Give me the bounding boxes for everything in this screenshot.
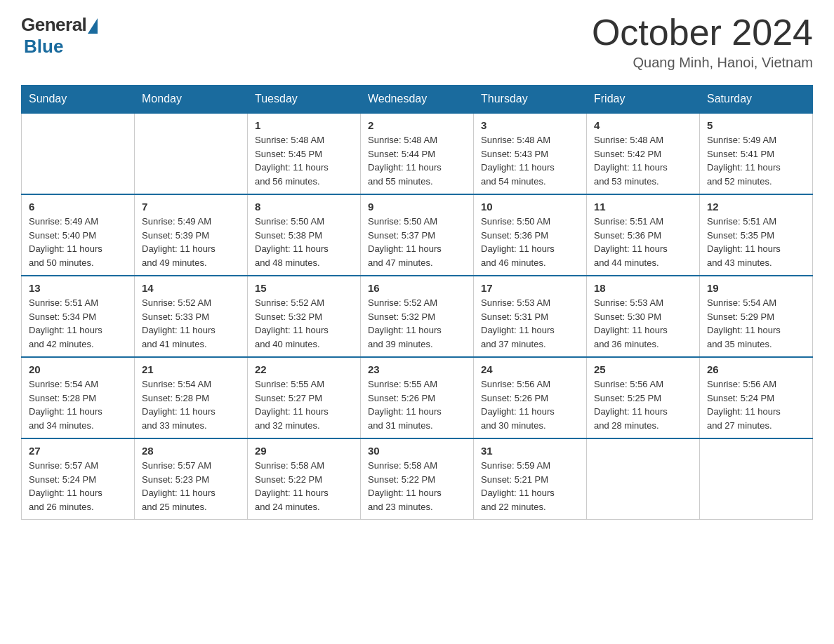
day-number: 21 (142, 363, 240, 375)
day-info: Sunrise: 5:48 AM Sunset: 5:42 PM Dayligh… (594, 133, 692, 188)
day-number: 2 (368, 119, 466, 131)
table-row: 10Sunrise: 5:50 AM Sunset: 5:36 PM Dayli… (474, 194, 587, 276)
day-info: Sunrise: 5:49 AM Sunset: 5:41 PM Dayligh… (707, 133, 805, 188)
day-info: Sunrise: 5:50 AM Sunset: 5:38 PM Dayligh… (255, 215, 353, 269)
day-number: 7 (142, 201, 240, 213)
table-row: 28Sunrise: 5:57 AM Sunset: 5:23 PM Dayli… (135, 438, 248, 520)
table-row: 23Sunrise: 5:55 AM Sunset: 5:26 PM Dayli… (361, 357, 474, 438)
day-info: Sunrise: 5:51 AM Sunset: 5:35 PM Dayligh… (707, 215, 805, 269)
day-info: Sunrise: 5:49 AM Sunset: 5:40 PM Dayligh… (29, 215, 127, 269)
table-row: 21Sunrise: 5:54 AM Sunset: 5:28 PM Dayli… (135, 357, 248, 438)
week-row-4: 20Sunrise: 5:54 AM Sunset: 5:28 PM Dayli… (22, 357, 813, 438)
week-row-1: 1Sunrise: 5:48 AM Sunset: 5:45 PM Daylig… (22, 113, 813, 194)
table-row: 14Sunrise: 5:52 AM Sunset: 5:33 PM Dayli… (135, 276, 248, 357)
day-number: 24 (481, 363, 579, 375)
day-number: 3 (481, 119, 579, 131)
table-row: 16Sunrise: 5:52 AM Sunset: 5:32 PM Dayli… (361, 276, 474, 357)
table-row (700, 438, 813, 520)
table-row: 24Sunrise: 5:56 AM Sunset: 5:26 PM Dayli… (474, 357, 587, 438)
page-header: General Blue October 2024 Quang Minh, Ha… (21, 14, 813, 71)
day-info: Sunrise: 5:56 AM Sunset: 5:24 PM Dayligh… (707, 377, 805, 432)
col-thursday: Thursday (474, 86, 587, 114)
table-row: 5Sunrise: 5:49 AM Sunset: 5:41 PM Daylig… (700, 113, 813, 194)
title-section: October 2024 Quang Minh, Hanoi, Vietnam (592, 14, 813, 71)
day-info: Sunrise: 5:52 AM Sunset: 5:33 PM Dayligh… (142, 296, 240, 351)
day-info: Sunrise: 5:50 AM Sunset: 5:37 PM Dayligh… (368, 215, 466, 269)
week-row-2: 6Sunrise: 5:49 AM Sunset: 5:40 PM Daylig… (22, 194, 813, 276)
table-row: 3Sunrise: 5:48 AM Sunset: 5:43 PM Daylig… (474, 113, 587, 194)
day-info: Sunrise: 5:51 AM Sunset: 5:34 PM Dayligh… (29, 296, 127, 351)
calendar-table: Sunday Monday Tuesday Wednesday Thursday… (21, 85, 813, 520)
day-number: 29 (255, 445, 353, 457)
month-title: October 2024 (592, 14, 813, 51)
day-number: 23 (368, 363, 466, 375)
day-number: 31 (481, 445, 579, 457)
col-tuesday: Tuesday (248, 86, 361, 114)
day-info: Sunrise: 5:52 AM Sunset: 5:32 PM Dayligh… (255, 296, 353, 351)
day-number: 19 (707, 282, 805, 294)
table-row: 2Sunrise: 5:48 AM Sunset: 5:44 PM Daylig… (361, 113, 474, 194)
day-number: 27 (29, 445, 127, 457)
day-info: Sunrise: 5:50 AM Sunset: 5:36 PM Dayligh… (481, 215, 579, 269)
day-info: Sunrise: 5:48 AM Sunset: 5:45 PM Dayligh… (255, 133, 353, 188)
table-row: 13Sunrise: 5:51 AM Sunset: 5:34 PM Dayli… (22, 276, 135, 357)
day-number: 22 (255, 363, 353, 375)
logo: General Blue (21, 14, 98, 58)
day-info: Sunrise: 5:55 AM Sunset: 5:26 PM Dayligh… (368, 377, 466, 432)
day-number: 14 (142, 282, 240, 294)
table-row (587, 438, 700, 520)
table-row: 4Sunrise: 5:48 AM Sunset: 5:42 PM Daylig… (587, 113, 700, 194)
day-number: 18 (594, 282, 692, 294)
col-friday: Friday (587, 86, 700, 114)
table-row: 26Sunrise: 5:56 AM Sunset: 5:24 PM Dayli… (700, 357, 813, 438)
day-info: Sunrise: 5:57 AM Sunset: 5:23 PM Dayligh… (142, 459, 240, 514)
week-row-5: 27Sunrise: 5:57 AM Sunset: 5:24 PM Dayli… (22, 438, 813, 520)
table-row: 17Sunrise: 5:53 AM Sunset: 5:31 PM Dayli… (474, 276, 587, 357)
table-row: 7Sunrise: 5:49 AM Sunset: 5:39 PM Daylig… (135, 194, 248, 276)
day-info: Sunrise: 5:59 AM Sunset: 5:21 PM Dayligh… (481, 459, 579, 514)
day-number: 11 (594, 201, 692, 213)
day-number: 17 (481, 282, 579, 294)
table-row: 9Sunrise: 5:50 AM Sunset: 5:37 PM Daylig… (361, 194, 474, 276)
day-info: Sunrise: 5:56 AM Sunset: 5:26 PM Dayligh… (481, 377, 579, 432)
day-number: 8 (255, 201, 353, 213)
day-info: Sunrise: 5:56 AM Sunset: 5:25 PM Dayligh… (594, 377, 692, 432)
day-info: Sunrise: 5:48 AM Sunset: 5:44 PM Dayligh… (368, 133, 466, 188)
location-text: Quang Minh, Hanoi, Vietnam (592, 55, 813, 71)
col-saturday: Saturday (700, 86, 813, 114)
table-row: 8Sunrise: 5:50 AM Sunset: 5:38 PM Daylig… (248, 194, 361, 276)
day-number: 26 (707, 363, 805, 375)
table-row: 18Sunrise: 5:53 AM Sunset: 5:30 PM Dayli… (587, 276, 700, 357)
logo-blue-text: Blue (24, 36, 63, 58)
col-monday: Monday (135, 86, 248, 114)
day-number: 10 (481, 201, 579, 213)
day-number: 13 (29, 282, 127, 294)
day-number: 15 (255, 282, 353, 294)
table-row: 19Sunrise: 5:54 AM Sunset: 5:29 PM Dayli… (700, 276, 813, 357)
table-row (22, 113, 135, 194)
day-info: Sunrise: 5:54 AM Sunset: 5:29 PM Dayligh… (707, 296, 805, 351)
table-row: 20Sunrise: 5:54 AM Sunset: 5:28 PM Dayli… (22, 357, 135, 438)
logo-triangle-icon (88, 18, 98, 34)
day-number: 28 (142, 445, 240, 457)
day-info: Sunrise: 5:58 AM Sunset: 5:22 PM Dayligh… (255, 459, 353, 514)
logo-general-text: General (21, 14, 86, 36)
table-row: 27Sunrise: 5:57 AM Sunset: 5:24 PM Dayli… (22, 438, 135, 520)
calendar-header-row: Sunday Monday Tuesday Wednesday Thursday… (22, 86, 813, 114)
day-number: 30 (368, 445, 466, 457)
table-row: 31Sunrise: 5:59 AM Sunset: 5:21 PM Dayli… (474, 438, 587, 520)
week-row-3: 13Sunrise: 5:51 AM Sunset: 5:34 PM Dayli… (22, 276, 813, 357)
day-info: Sunrise: 5:52 AM Sunset: 5:32 PM Dayligh… (368, 296, 466, 351)
table-row: 15Sunrise: 5:52 AM Sunset: 5:32 PM Dayli… (248, 276, 361, 357)
day-info: Sunrise: 5:55 AM Sunset: 5:27 PM Dayligh… (255, 377, 353, 432)
day-number: 25 (594, 363, 692, 375)
day-info: Sunrise: 5:53 AM Sunset: 5:30 PM Dayligh… (594, 296, 692, 351)
day-number: 4 (594, 119, 692, 131)
day-info: Sunrise: 5:58 AM Sunset: 5:22 PM Dayligh… (368, 459, 466, 514)
table-row: 11Sunrise: 5:51 AM Sunset: 5:36 PM Dayli… (587, 194, 700, 276)
day-number: 1 (255, 119, 353, 131)
day-info: Sunrise: 5:53 AM Sunset: 5:31 PM Dayligh… (481, 296, 579, 351)
table-row: 25Sunrise: 5:56 AM Sunset: 5:25 PM Dayli… (587, 357, 700, 438)
day-number: 12 (707, 201, 805, 213)
col-wednesday: Wednesday (361, 86, 474, 114)
